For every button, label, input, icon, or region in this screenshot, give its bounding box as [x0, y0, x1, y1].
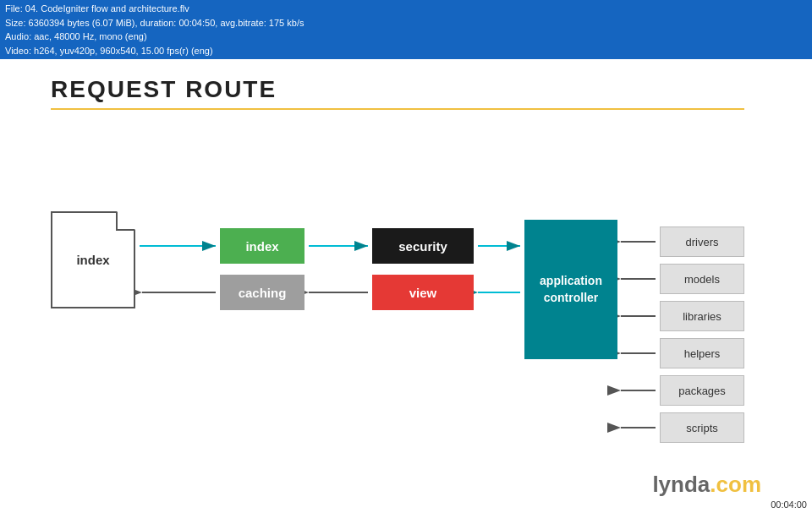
info-bar: File: 04. CodeIgniter flow and architect…: [0, 0, 812, 59]
info-line-4: Video: h264, yuv420p, 960x540, 15.00 fps…: [5, 44, 807, 58]
title-underline: [51, 108, 744, 110]
box-index: index: [220, 228, 304, 264]
dotcom-text: .com: [710, 472, 761, 497]
info-line-3: Audio: aac, 48000 Hz, mono (eng): [5, 30, 807, 44]
box-index-label: index: [245, 239, 278, 254]
file-dogear: [116, 212, 134, 231]
timer: 00:04:00: [771, 499, 807, 510]
index-file-label: index: [76, 253, 109, 267]
diagram: index index security caching view applic…: [51, 135, 778, 456]
box-view-label: view: [409, 286, 437, 300]
main-content: REQUEST ROUTE: [0, 59, 812, 473]
app-controller-label: application controller: [540, 273, 602, 306]
box-security-label: security: [398, 239, 447, 254]
box-caching: caching: [220, 275, 304, 310]
box-app-controller: application controller: [524, 220, 617, 359]
right-box-drivers: drivers: [660, 226, 744, 257]
right-box-models: models: [660, 264, 744, 294]
lynda-branding: lynda.com: [652, 472, 761, 498]
box-security: security: [372, 228, 474, 264]
lynda-text: lynda: [652, 472, 710, 497]
box-view: view: [372, 275, 474, 310]
info-line-2: Size: 6360394 bytes (6.07 MiB), duration…: [5, 16, 807, 30]
right-box-libraries: libraries: [660, 301, 744, 331]
page-title: REQUEST ROUTE: [51, 76, 761, 103]
right-box-helpers: helpers: [660, 338, 744, 368]
index-file: index: [51, 211, 135, 308]
right-box-scripts: scripts: [660, 412, 744, 443]
box-caching-label: caching: [239, 286, 287, 300]
info-line-1: File: 04. CodeIgniter flow and architect…: [5, 2, 807, 16]
right-box-packages: packages: [660, 375, 744, 406]
